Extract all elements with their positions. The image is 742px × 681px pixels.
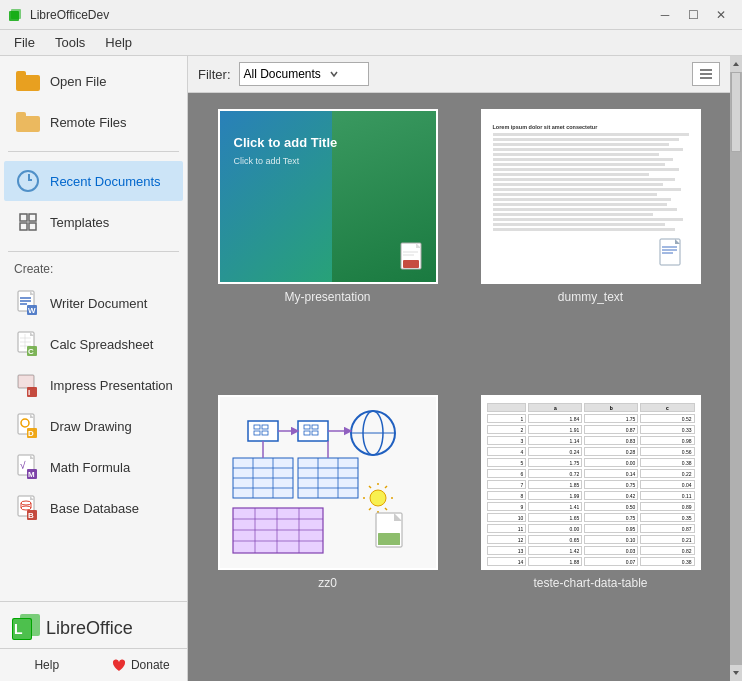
svg-line-95 xyxy=(369,486,371,488)
base-icon: B xyxy=(14,494,42,522)
sidebar: Open File Remote Files Recent Documents xyxy=(0,56,188,681)
clock-icon xyxy=(14,167,42,195)
menu-help[interactable]: Help xyxy=(95,33,142,52)
thumb-frame-calc: abc11.841.750.5221.910.870.3331.140.830.… xyxy=(481,395,701,570)
svg-rect-22 xyxy=(18,375,34,388)
svg-line-93 xyxy=(369,508,371,510)
sidebar-item-open-file[interactable]: Open File xyxy=(4,61,183,101)
writer-label: Writer Document xyxy=(50,296,147,311)
donate-button[interactable]: Donate xyxy=(94,649,188,681)
writer-preview: Lorem ipsum dolor sit amet consectetur xyxy=(483,111,699,282)
svg-point-87 xyxy=(370,490,386,506)
hamburger-icon xyxy=(698,67,714,81)
draw-icon: D xyxy=(14,412,42,440)
thumbnail-my-presentation[interactable]: Click to add Title Click to add Text xyxy=(204,109,451,379)
minimize-button[interactable]: ─ xyxy=(652,4,678,26)
thumb-frame-draw xyxy=(218,395,438,570)
svg-rect-3 xyxy=(29,214,36,221)
sidebar-divider-1 xyxy=(8,151,179,152)
thumbnail-grid: Click to add Title Click to add Text xyxy=(188,93,730,681)
thumbnail-zz0[interactable]: zz0 xyxy=(204,395,451,665)
templates-icon xyxy=(14,208,42,236)
thumb-label-calc: teste-chart-data-table xyxy=(533,576,647,590)
close-button[interactable]: ✕ xyxy=(708,4,734,26)
open-file-icon xyxy=(14,67,42,95)
libreoffice-logo: L LibreOffice xyxy=(0,601,187,648)
help-button[interactable]: Help xyxy=(0,649,94,681)
menu-file[interactable]: File xyxy=(4,33,45,52)
svg-text:M: M xyxy=(28,470,35,479)
svg-text:L: L xyxy=(14,621,23,637)
calc-icon: C xyxy=(14,330,42,358)
sidebar-item-writer[interactable]: W Writer Document xyxy=(4,283,183,323)
thumb-label-writer: dummy_text xyxy=(558,290,623,304)
thumb-frame-writer: Lorem ipsum dolor sit amet consectetur xyxy=(481,109,701,284)
svg-rect-1 xyxy=(11,9,21,19)
app-icon xyxy=(8,7,24,23)
window-controls: ─ ☐ ✕ xyxy=(652,4,734,26)
help-label: Help xyxy=(34,658,59,672)
sidebar-item-impress[interactable]: I Impress Presentation xyxy=(4,365,183,405)
sidebar-item-templates[interactable]: Templates xyxy=(4,202,183,242)
filter-bar: Filter: All Documents xyxy=(188,56,730,93)
thumb-label-draw: zz0 xyxy=(318,576,337,590)
base-label: Base Database xyxy=(50,501,139,516)
templates-label: Templates xyxy=(50,215,109,230)
svg-text:D: D xyxy=(28,429,34,438)
presentation-preview: Click to add Title Click to add Text xyxy=(220,111,436,282)
svg-rect-2 xyxy=(20,214,27,221)
thumbnail-calc[interactable]: abc11.841.750.5221.910.870.3331.140.830.… xyxy=(467,395,714,665)
sidebar-bottom-bar: Help Donate xyxy=(0,648,187,681)
svg-rect-107 xyxy=(378,533,400,545)
draw-preview-svg xyxy=(228,403,428,563)
scroll-thumb[interactable] xyxy=(731,72,741,152)
chevron-down-icon xyxy=(329,69,339,79)
lo-logo-icon: L xyxy=(10,612,42,644)
sidebar-divider-2 xyxy=(8,251,179,252)
sidebar-item-recent-documents[interactable]: Recent Documents xyxy=(4,161,183,201)
math-label: Math Formula xyxy=(50,460,130,475)
menu-tools[interactable]: Tools xyxy=(45,33,95,52)
svg-rect-52 xyxy=(403,260,419,268)
svg-text:B: B xyxy=(28,511,34,520)
sidebar-create-section: W Writer Document C xyxy=(0,278,187,533)
svg-text:W: W xyxy=(28,306,36,315)
draw-preview xyxy=(220,397,436,568)
pres-file-icon xyxy=(400,242,428,274)
writer-icon: W xyxy=(14,289,42,317)
calc-preview: abc11.841.750.5221.910.870.3331.140.830.… xyxy=(483,397,699,568)
filter-label: Filter: xyxy=(198,67,231,82)
scroll-down-button[interactable] xyxy=(730,665,742,681)
svg-text:C: C xyxy=(28,347,34,356)
impress-label: Impress Presentation xyxy=(50,378,173,393)
create-label: Create: xyxy=(0,256,187,278)
sidebar-item-calc[interactable]: C Calc Spreadsheet xyxy=(4,324,183,364)
thumb-frame-presentation: Click to add Title Click to add Text xyxy=(218,109,438,284)
sidebar-item-remote-files[interactable]: Remote Files xyxy=(4,102,183,142)
scroll-up-button[interactable] xyxy=(730,56,742,72)
scroll-track xyxy=(730,72,742,665)
svg-line-89 xyxy=(385,486,387,488)
filter-selected: All Documents xyxy=(244,67,321,81)
svg-rect-4 xyxy=(20,223,27,230)
thumbnail-dummy-text[interactable]: Lorem ipsum dolor sit amet consectetur xyxy=(467,109,714,379)
pres-title-text: Click to add Title xyxy=(234,135,422,150)
scrollbar[interactable] xyxy=(730,56,742,681)
sidebar-item-math[interactable]: √ M Math Formula xyxy=(4,447,183,487)
titlebar: LibreOfficeDev ─ ☐ ✕ xyxy=(0,0,742,30)
heart-icon xyxy=(111,657,127,673)
recent-documents-label: Recent Documents xyxy=(50,174,161,189)
svg-line-91 xyxy=(385,508,387,510)
sidebar-item-draw[interactable]: D Draw Drawing xyxy=(4,406,183,446)
open-file-label: Open File xyxy=(50,74,106,89)
donate-label: Donate xyxy=(131,658,170,672)
lo-logo-text: LibreOffice xyxy=(46,618,133,639)
filter-select[interactable]: All Documents xyxy=(239,62,369,86)
svg-text:I: I xyxy=(28,388,30,397)
remote-files-icon xyxy=(14,108,42,136)
maximize-button[interactable]: ☐ xyxy=(680,4,706,26)
sidebar-item-base[interactable]: B Base Database xyxy=(4,488,183,528)
draw-label: Draw Drawing xyxy=(50,419,132,434)
view-menu-button[interactable] xyxy=(692,62,720,86)
svg-rect-98 xyxy=(233,508,323,553)
